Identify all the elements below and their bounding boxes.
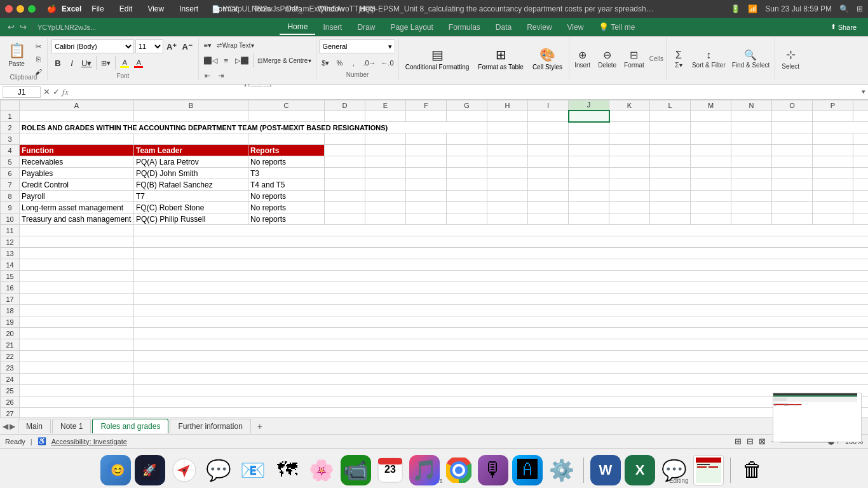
cell-i1[interactable] <box>528 111 569 122</box>
cell-g10[interactable] <box>447 214 487 225</box>
cell-j10[interactable] <box>569 214 609 225</box>
paste-button[interactable]: 📋 Paste <box>3 39 31 71</box>
dock-launchpad[interactable]: 🚀 <box>135 455 165 485</box>
traffic-lights[interactable] <box>5 5 36 13</box>
row-number[interactable]: 10 <box>1 214 20 225</box>
formula-expand-icon[interactable]: ▾ <box>862 88 865 96</box>
cell-a5[interactable]: Receivables <box>20 156 134 168</box>
cell-m7[interactable] <box>691 179 731 191</box>
cell-l3[interactable] <box>650 133 691 145</box>
cell-b7[interactable]: FQ(B) Rafael Sanchez <box>134 179 248 191</box>
cell-g4[interactable] <box>447 145 487 156</box>
cell-j2[interactable] <box>691 122 731 133</box>
sheet-tab-main[interactable]: Main <box>18 419 51 433</box>
row-number[interactable]: 18 <box>1 305 20 316</box>
page-layout-view-icon[interactable]: ⊟ <box>747 437 754 446</box>
font-family-select[interactable]: Calibri (Body) <box>51 39 134 53</box>
cell-n4[interactable] <box>731 145 772 156</box>
cell-j7[interactable] <box>569 179 609 191</box>
wrap-text-button[interactable]: ⇌ Wrap Text ▾ <box>215 39 257 51</box>
tab-undo[interactable]: ↩ <box>5 22 17 32</box>
cell-c6[interactable]: T3 <box>248 168 325 179</box>
cell-o9[interactable] <box>772 202 813 214</box>
cell-m8[interactable] <box>691 191 731 202</box>
ribbon-tab-home[interactable]: Home <box>280 20 315 35</box>
cell-f3[interactable] <box>406 133 447 145</box>
dock-excel[interactable]: X <box>625 455 655 485</box>
cell-j6[interactable] <box>569 168 609 179</box>
cell-f6[interactable] <box>406 168 447 179</box>
cell-a9[interactable]: Long-term asset management <box>20 202 134 214</box>
cell-o10[interactable] <box>772 214 813 225</box>
row-number[interactable]: 6 <box>1 168 20 179</box>
dock-trash[interactable]: 🗑 <box>737 455 768 485</box>
bold-button[interactable]: B <box>51 57 64 69</box>
percent-button[interactable]: % <box>333 57 346 69</box>
cell-p7[interactable] <box>813 179 853 191</box>
format-as-table-button[interactable]: ⊞ Format as Table <box>474 38 527 80</box>
cell-d7[interactable] <box>325 179 365 191</box>
cell-a8[interactable]: Payroll <box>20 191 134 202</box>
select-button[interactable]: ⊹ Select <box>778 43 803 76</box>
cell-k3[interactable] <box>609 133 650 145</box>
col-header-d[interactable]: D <box>325 100 365 111</box>
underline-button[interactable]: U▾ <box>79 57 93 69</box>
row-number[interactable]: 27 <box>1 408 20 418</box>
increase-font-button[interactable]: A⁺ <box>165 41 179 52</box>
formula-input[interactable] <box>74 86 859 98</box>
row-number[interactable]: 3 <box>1 133 20 145</box>
cell-p3[interactable] <box>813 133 853 145</box>
cell-a19[interactable] <box>20 316 134 328</box>
cell-e3[interactable] <box>365 133 406 145</box>
cell-h4[interactable] <box>487 145 528 156</box>
cell-l10[interactable] <box>650 214 691 225</box>
cell-k5[interactable] <box>609 156 650 168</box>
cell-k8[interactable] <box>609 191 650 202</box>
row-number[interactable]: 24 <box>1 374 20 385</box>
cell-g5[interactable] <box>447 156 487 168</box>
cell-j3[interactable] <box>569 133 609 145</box>
sheet-tab-add[interactable]: + <box>252 419 268 434</box>
cell-g8[interactable] <box>447 191 487 202</box>
menu-edit[interactable]: Edit <box>114 3 138 15</box>
cell-f1[interactable] <box>406 111 447 122</box>
row-number[interactable]: 14 <box>1 259 20 271</box>
row-number[interactable]: 20 <box>1 328 20 339</box>
indent-decrease-button[interactable]: ⇤ <box>201 70 214 81</box>
close-button[interactable] <box>5 5 13 13</box>
cell-b4[interactable]: Team Leader <box>134 145 248 156</box>
cell-c10[interactable]: No reports <box>248 214 325 225</box>
row-number[interactable]: 23 <box>1 362 20 374</box>
cell-p4[interactable] <box>813 145 853 156</box>
conditional-formatting-button[interactable]: ▤ Conditional Formatting <box>402 38 473 80</box>
cell-d4[interactable] <box>325 145 365 156</box>
cell-p5[interactable] <box>813 156 853 168</box>
cell-p1[interactable] <box>813 111 853 122</box>
cell-a2[interactable]: ROLES AND GRADES WITHIN THE ACCOUNTING D… <box>20 122 487 133</box>
cell-o3[interactable] <box>772 133 813 145</box>
cell-k1[interactable] <box>609 111 650 122</box>
row-number[interactable]: 26 <box>1 396 20 408</box>
cell-g1[interactable] <box>447 111 487 122</box>
cell-n7[interactable] <box>731 179 772 191</box>
dock-finder[interactable]: 😊 <box>100 455 131 485</box>
accessibility-status[interactable]: Accessibility: Investigate <box>51 438 127 445</box>
cell-l8[interactable] <box>650 191 691 202</box>
cell-e4[interactable] <box>365 145 406 156</box>
col-header-l[interactable]: L <box>650 100 691 111</box>
ribbon-tab-draw[interactable]: Draw <box>349 20 383 34</box>
dock-excel-preview[interactable] <box>693 455 724 485</box>
cell-o5[interactable] <box>772 156 813 168</box>
cell-o1[interactable] <box>772 111 813 122</box>
cell-f5[interactable] <box>406 156 447 168</box>
currency-button[interactable]: $▾ <box>319 57 332 69</box>
cell-k7[interactable] <box>609 179 650 191</box>
col-header-c[interactable]: C <box>248 100 325 111</box>
cell-q8[interactable] <box>853 191 869 202</box>
dock-music[interactable]: 🎵 <box>409 455 440 485</box>
cell-a22[interactable] <box>20 351 134 362</box>
cell-o8[interactable] <box>772 191 813 202</box>
cell-f9[interactable] <box>406 202 447 214</box>
decimal-increase-button[interactable]: .0→ <box>361 57 377 69</box>
dock-systemprefs[interactable]: ⚙️ <box>546 455 577 485</box>
